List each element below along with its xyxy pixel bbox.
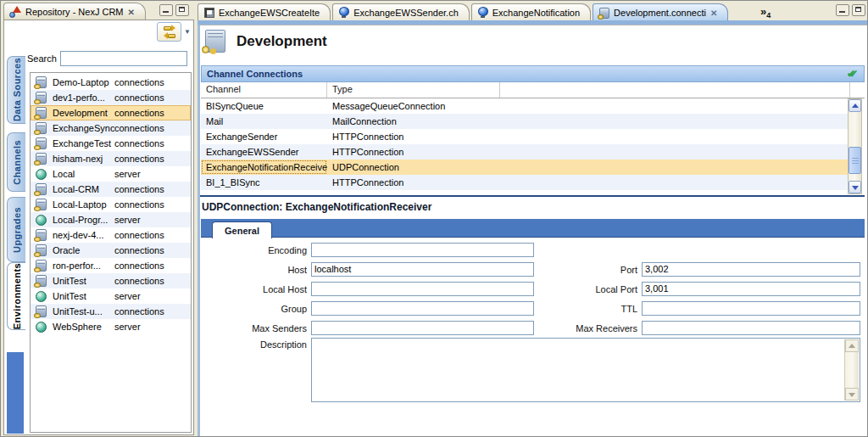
table-row[interactable]: ExchangeSender HTTPConnection xyxy=(201,129,850,144)
sidebar-tab-label: Data Sources xyxy=(12,58,22,121)
close-icon[interactable] xyxy=(710,8,717,18)
detail-tabbar: General xyxy=(201,219,865,238)
sidebar-tab[interactable]: Data Sources xyxy=(7,56,25,124)
table-row[interactable]: BISyncQueue MessageQueueConnection xyxy=(201,98,850,114)
maximize-button[interactable] xyxy=(175,4,189,16)
list-item[interactable]: Development connections xyxy=(31,105,191,120)
field-input[interactable] xyxy=(311,243,534,257)
maximize-button[interactable] xyxy=(852,4,865,16)
item-type-icon xyxy=(36,122,47,134)
cell-channel: ExchangeSender xyxy=(201,129,327,144)
cell-type: HTTPConnection xyxy=(327,177,850,188)
view-menu-button[interactable]: ▼ xyxy=(184,28,191,36)
item-type-icon xyxy=(36,92,47,104)
list-item[interactable]: nexj-dev-4... connections xyxy=(31,227,191,243)
field-input[interactable]: localhost xyxy=(311,262,534,277)
app-window: Repository - NexJ CRM ✕ ▼ Search xyxy=(0,0,868,437)
sidebar-tab[interactable]: Channels xyxy=(7,132,25,192)
table-scrollbar[interactable] xyxy=(848,98,862,194)
editor-tab[interactable]: ExchangeEWSCreateIte xyxy=(198,3,331,21)
form-row: Host localhost xyxy=(200,260,534,279)
sidebar-tab[interactable]: Upgrades xyxy=(7,197,25,262)
sidebar-tab[interactable]: Environments xyxy=(7,262,25,330)
scroll-up-button[interactable] xyxy=(845,339,859,352)
table-row[interactable]: Mail MailConnection xyxy=(201,114,850,129)
hidden-tabs-indicator[interactable]: 4 xyxy=(760,5,771,20)
scroll-down-button[interactable] xyxy=(845,388,859,401)
field-label: Host xyxy=(200,265,311,275)
field-label: Port xyxy=(531,265,642,275)
minimize-button[interactable] xyxy=(159,4,173,16)
scroll-down-button[interactable] xyxy=(849,181,861,193)
list-item[interactable]: Local server xyxy=(31,166,191,182)
connections-file-icon xyxy=(205,30,225,53)
item-type-icon xyxy=(36,169,47,180)
list-item[interactable]: hisham-nexj connections xyxy=(31,151,191,166)
form-row: Max Receivers xyxy=(531,318,860,338)
list-item[interactable]: UnitTest connections xyxy=(31,273,191,289)
editor-tab-label: ExchangeEWSSender.ch xyxy=(353,8,459,18)
field-input[interactable] xyxy=(311,282,534,296)
editor-tab-icon xyxy=(599,8,609,19)
sidebar-tab-strip: Data Sources Channels Upgrades Environme… xyxy=(7,56,26,434)
minimize-button[interactable] xyxy=(836,4,849,16)
list-item[interactable]: ExchangeTest connections xyxy=(31,136,191,151)
cell-type: HTTPConnection xyxy=(327,147,850,157)
item-type-icon xyxy=(36,107,47,119)
repository-icon xyxy=(9,6,21,18)
cell-channel: Mail xyxy=(201,114,327,129)
item-name: hisham-nexj xyxy=(53,154,114,164)
field-input[interactable] xyxy=(642,321,860,335)
repository-view-tab[interactable]: Repository - NexJ CRM ✕ xyxy=(3,3,146,20)
field-input[interactable]: 3,001 xyxy=(642,282,860,296)
list-item[interactable]: Demo-Laptop connections xyxy=(31,75,191,90)
search-input[interactable] xyxy=(60,51,187,66)
cell-channel: ExchangeEWSSender xyxy=(201,144,327,160)
item-kind: server xyxy=(114,291,141,301)
list-item[interactable]: Local-Laptop connections xyxy=(31,197,191,212)
scroll-up-button[interactable] xyxy=(849,99,861,112)
column-header-type[interactable]: Type xyxy=(327,82,500,98)
column-header-channel[interactable]: Channel xyxy=(201,82,327,98)
list-item[interactable]: dev1-perfo... connections xyxy=(31,90,191,105)
list-item[interactable]: Local-CRM connections xyxy=(31,182,191,197)
item-name: dev1-perfo... xyxy=(53,92,114,103)
field-label: Description xyxy=(200,338,311,402)
field-input[interactable] xyxy=(642,301,860,316)
form-row: Group xyxy=(200,299,534,318)
environment-list: Demo-Laptop connections dev1-perfo... co… xyxy=(30,72,192,433)
editor-tab[interactable]: ExchangeEWSSender.ch xyxy=(332,3,470,21)
editor-tab-label: Development.connecti xyxy=(614,8,706,18)
list-item[interactable]: UnitTest server xyxy=(31,289,191,304)
list-item[interactable]: WebSphere server xyxy=(31,319,191,334)
table-row[interactable]: ExchangeNotificationReceiver UDPConnecti… xyxy=(201,160,850,175)
close-icon[interactable]: ✕ xyxy=(128,8,135,17)
editor-tab-icon xyxy=(478,7,488,16)
field-input[interactable]: 3,002 xyxy=(642,262,860,277)
item-name: Oracle xyxy=(53,245,114,255)
link-with-editor-button[interactable] xyxy=(157,22,181,42)
tab-general[interactable]: General xyxy=(212,221,272,238)
list-item[interactable]: ron-perfor... connections xyxy=(31,258,191,273)
item-type-icon xyxy=(36,260,47,272)
item-kind: connections xyxy=(114,154,164,164)
cell-type: MailConnection xyxy=(327,116,850,126)
item-type-icon xyxy=(36,215,47,226)
item-name: Development xyxy=(53,108,114,118)
list-item[interactable]: ExchangeSync connections xyxy=(31,120,191,136)
field-input[interactable] xyxy=(311,301,534,316)
list-item[interactable]: Oracle connections xyxy=(31,243,191,258)
list-item[interactable]: Local-Progr... server xyxy=(31,212,191,227)
table-row[interactable]: BI_1_BISync HTTPConnection xyxy=(201,175,850,190)
list-item[interactable]: UnitTest-u... connections xyxy=(31,304,191,319)
editor-tab[interactable]: Development.connecti xyxy=(593,3,728,21)
field-input[interactable] xyxy=(311,321,534,335)
item-kind: connections xyxy=(114,92,164,103)
description-scrollbar[interactable] xyxy=(844,339,859,401)
table-row[interactable]: ExchangeEWSSender HTTPConnection xyxy=(201,144,850,160)
item-kind: server xyxy=(114,322,141,332)
scrollbar-thumb[interactable] xyxy=(849,147,861,174)
description-textarea[interactable] xyxy=(311,338,860,402)
editor-tab[interactable]: ExchangeNotification xyxy=(471,3,591,21)
search-label: Search xyxy=(27,53,57,64)
